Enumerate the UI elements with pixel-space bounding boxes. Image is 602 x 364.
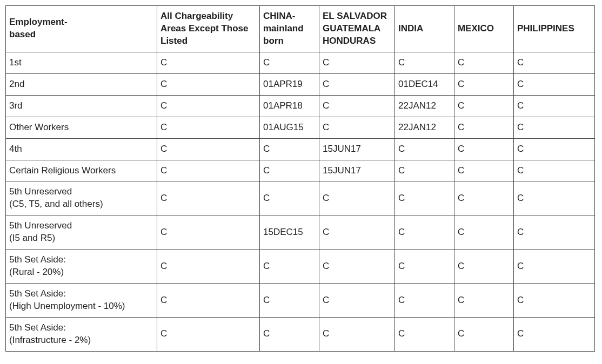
col-header-el-salvador: EL SALVADOR GUATEMALA HONDURAS: [319, 6, 395, 52]
table-cell: C: [395, 215, 454, 250]
table-cell: 15DEC15: [260, 215, 319, 250]
table-cell: C: [454, 215, 514, 250]
row-label: 5th Set Aside: (Infrastructure - 2%): [6, 317, 157, 351]
table-cell: C: [260, 181, 319, 215]
table-cell: C: [319, 73, 395, 95]
table-cell: C: [395, 284, 454, 318]
col-header-philippines: PHILIPPINES: [514, 6, 595, 52]
table-cell: C: [395, 52, 454, 73]
table-cell: C: [514, 117, 595, 138]
table-cell: C: [514, 284, 595, 318]
table-cell: C: [514, 95, 595, 117]
row-label: Other Workers: [6, 117, 157, 138]
table-cell: C: [395, 181, 454, 215]
table-row: Certain Religious WorkersCC15JUN17CCC: [6, 160, 595, 181]
row-label: 5th Set Aside: (Rural - 20%): [6, 250, 157, 284]
row-label: 4th: [6, 138, 157, 160]
table-cell: C: [157, 284, 260, 318]
table-row: Other WorkersC01AUG15C22JAN12CC: [6, 117, 595, 138]
col-header-employment-based: Employment- based: [6, 6, 157, 52]
table-cell: C: [514, 138, 595, 160]
table-cell: C: [157, 95, 260, 117]
table-cell: C: [260, 284, 319, 318]
table-cell: C: [454, 73, 514, 95]
table-cell: C: [319, 250, 395, 284]
table-cell: C: [319, 117, 395, 138]
table-cell: C: [157, 117, 260, 138]
table-cell: 22JAN12: [395, 117, 454, 138]
row-label: 5th Set Aside: (High Unemployment - 10%): [6, 284, 157, 318]
table-cell: C: [157, 160, 260, 181]
table-cell: C: [319, 181, 395, 215]
table-cell: C: [395, 250, 454, 284]
table-cell: C: [514, 317, 595, 351]
table-cell: C: [454, 250, 514, 284]
table-cell: C: [514, 160, 595, 181]
table-cell: C: [395, 160, 454, 181]
table-cell: C: [157, 73, 260, 95]
table-header: Employment- based All Chargeability Area…: [6, 6, 595, 52]
table-cell: 15JUN17: [319, 138, 395, 160]
row-label: 1st: [6, 52, 157, 73]
row-label: 5th Unreserved (I5 and R5): [6, 215, 157, 250]
table-cell: C: [395, 317, 454, 351]
table-cell: C: [454, 117, 514, 138]
table-cell: C: [260, 138, 319, 160]
table-cell: C: [157, 52, 260, 73]
table-cell: 01AUG15: [260, 117, 319, 138]
employment-based-visa-table: Employment- based All Chargeability Area…: [5, 5, 595, 352]
table-cell: C: [514, 181, 595, 215]
table-row: 1stCCCCCC: [6, 52, 595, 73]
table-cell: C: [514, 215, 595, 250]
table-cell: 01APR19: [260, 73, 319, 95]
table-cell: 01DEC14: [395, 73, 454, 95]
table-cell: C: [319, 284, 395, 318]
table-cell: C: [157, 317, 260, 351]
row-label: 5th Unreserved (C5, T5, and all others): [6, 181, 157, 215]
table-cell: C: [157, 250, 260, 284]
table-cell: C: [395, 138, 454, 160]
table-cell: C: [157, 181, 260, 215]
table-cell: C: [454, 181, 514, 215]
table-body: 1stCCCCCC2ndC01APR19C01DEC14CC3rdC01APR1…: [6, 52, 595, 351]
table-cell: C: [319, 215, 395, 250]
row-label: 2nd: [6, 73, 157, 95]
table-cell: C: [319, 317, 395, 351]
table-row: 5th Set Aside: (Infrastructure - 2%)CCCC…: [6, 317, 595, 351]
table-cell: C: [514, 73, 595, 95]
table-row: 2ndC01APR19C01DEC14CC: [6, 73, 595, 95]
table-cell: C: [454, 138, 514, 160]
table-cell: C: [319, 52, 395, 73]
table-row: 5th Unreserved (I5 and R5)C15DEC15CCCC: [6, 215, 595, 250]
table-cell: C: [260, 160, 319, 181]
col-header-all-chargeability: All Chargeability Areas Except Those Lis…: [157, 6, 260, 52]
table-row: 4thCC15JUN17CCC: [6, 138, 595, 160]
table-cell: C: [157, 215, 260, 250]
table-cell: C: [454, 52, 514, 73]
table-cell: C: [514, 52, 595, 73]
table-cell: C: [260, 250, 319, 284]
col-header-mexico: MEXICO: [454, 6, 514, 52]
row-label: Certain Religious Workers: [6, 160, 157, 181]
col-header-china: CHINA-mainland born: [260, 6, 319, 52]
table-row: 3rdC01APR18C22JAN12CC: [6, 95, 595, 117]
table-cell: C: [454, 95, 514, 117]
table-row: 5th Unreserved (C5, T5, and all others)C…: [6, 181, 595, 215]
table-cell: C: [260, 52, 319, 73]
table-cell: 22JAN12: [395, 95, 454, 117]
table-cell: C: [514, 250, 595, 284]
row-label: 3rd: [6, 95, 157, 117]
col-header-india: INDIA: [395, 6, 454, 52]
table-cell: C: [454, 317, 514, 351]
table-cell: C: [454, 284, 514, 318]
table-cell: 01APR18: [260, 95, 319, 117]
table-row: 5th Set Aside: (Rural - 20%)CCCCCC: [6, 250, 595, 284]
table-cell: C: [260, 317, 319, 351]
table-cell: C: [319, 95, 395, 117]
table-cell: C: [157, 138, 260, 160]
table-cell: 15JUN17: [319, 160, 395, 181]
table-cell: C: [454, 160, 514, 181]
table-row: 5th Set Aside: (High Unemployment - 10%)…: [6, 284, 595, 318]
